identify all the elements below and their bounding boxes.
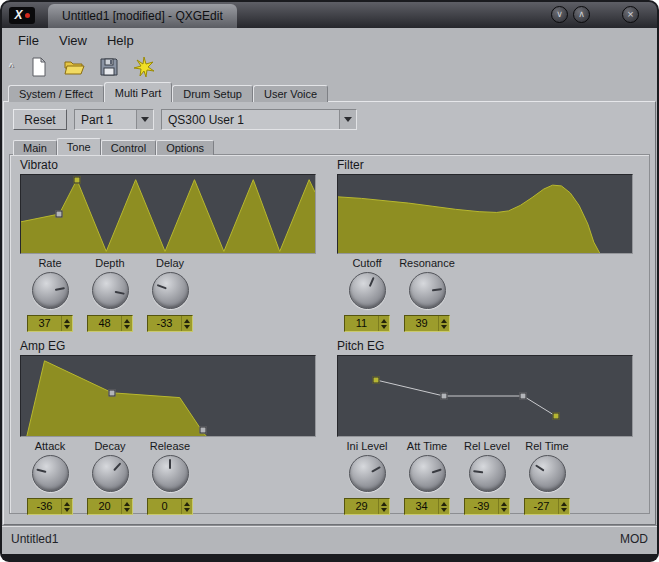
window-title: Untitled1 [modified] - QXGEdit [48, 4, 237, 28]
shade-button[interactable]: ∨ [551, 6, 568, 23]
spin-down-arrow[interactable] [441, 325, 447, 329]
spin-up-arrow[interactable] [184, 319, 190, 323]
attack-spinbox[interactable]: -36 [27, 498, 73, 515]
spin-down-arrow[interactable] [381, 325, 387, 329]
graph-handle[interactable] [200, 427, 207, 434]
uservoice-button[interactable] [132, 55, 156, 79]
rel-time-spinbox[interactable]: -27 [524, 498, 570, 515]
panel-pitch-eg: Pitch EG Ini Level 29 [337, 339, 639, 515]
open-file-button[interactable] [62, 55, 86, 79]
subtab-control[interactable]: Control [101, 140, 156, 155]
spin-down-arrow[interactable] [184, 325, 190, 329]
tab-user-voice[interactable]: User Voice [253, 85, 328, 102]
spin-up-arrow[interactable] [64, 502, 70, 506]
tab-system-effect[interactable]: System / Effect [8, 85, 104, 102]
pitch-eg-graph[interactable] [337, 355, 633, 437]
release-spinbox[interactable]: 0 [147, 498, 193, 515]
rel-time-knob[interactable] [529, 455, 566, 492]
spin-down-arrow[interactable] [124, 508, 130, 512]
vibrato-knob-row: Rate 37 Depth 48 [20, 256, 322, 332]
subtab-tone[interactable]: Tone [57, 138, 101, 155]
resonance-knob[interactable] [409, 272, 446, 309]
part-combobox[interactable]: Part 1 [74, 109, 154, 130]
spin-up-arrow[interactable] [441, 502, 447, 506]
spin-up-arrow[interactable] [441, 319, 447, 323]
toolbar-handle[interactable]: ^ [6, 62, 16, 73]
attack-column: Attack -36 [20, 439, 80, 515]
save-file-button[interactable] [97, 55, 121, 79]
spin-up-arrow[interactable] [184, 502, 190, 506]
menu-view[interactable]: View [49, 30, 97, 51]
menu-file[interactable]: File [8, 30, 49, 51]
att-time-knob[interactable] [409, 455, 446, 492]
voice-combobox[interactable]: QS300 User 1 [161, 109, 357, 130]
spin-down-arrow[interactable] [124, 325, 130, 329]
spin-down-arrow[interactable] [64, 325, 70, 329]
new-file-button[interactable] [27, 55, 51, 79]
rel-level-knob[interactable] [469, 455, 506, 492]
window-content: File View Help ^ [2, 28, 657, 554]
delay-spinbox[interactable]: -33 [147, 315, 193, 332]
subtab-main[interactable]: Main [13, 140, 57, 155]
att-time-column: Att Time 34 [397, 439, 457, 515]
spin-up-arrow[interactable] [124, 502, 130, 506]
graph-handle[interactable] [552, 413, 559, 420]
spin-up-arrow[interactable] [501, 502, 507, 506]
delay-knob[interactable] [152, 272, 189, 309]
rate-spinbox[interactable]: 37 [27, 315, 73, 332]
spin-up-arrow[interactable] [124, 319, 130, 323]
att-time-spinbox[interactable]: 34 [404, 498, 450, 515]
graph-handle[interactable] [440, 393, 447, 400]
title-bar[interactable]: X Untitled1 [modified] - QXGEdit ∨ ∧ × [2, 2, 657, 28]
depth-knob[interactable] [92, 272, 129, 309]
graph-handle[interactable] [373, 377, 380, 384]
voice-combobox-arrow[interactable] [339, 110, 356, 129]
spin-up-arrow[interactable] [381, 319, 387, 323]
ini-level-knob[interactable] [349, 455, 386, 492]
rel-level-spinbox[interactable]: -39 [464, 498, 510, 515]
spin-down-arrow[interactable] [441, 508, 447, 512]
spin-up-arrow[interactable] [561, 502, 567, 506]
rel-time-label: Rel Time [525, 439, 568, 453]
decay-knob[interactable] [92, 455, 129, 492]
graph-handle[interactable] [73, 176, 80, 183]
resonance-spinbox[interactable]: 39 [404, 315, 450, 332]
rel-level-label: Rel Level [464, 439, 510, 453]
knob-tick [114, 290, 124, 294]
close-button[interactable]: × [622, 6, 639, 23]
spin-down-arrow[interactable] [501, 508, 507, 512]
spin-up-arrow[interactable] [64, 319, 70, 323]
amp-eg-knob-row: Attack -36 Decay 20 [20, 439, 322, 515]
spin-down-arrow[interactable] [64, 508, 70, 512]
depth-spinbox[interactable]: 48 [87, 315, 133, 332]
decay-spinbox[interactable]: 20 [87, 498, 133, 515]
amp-eg-graph[interactable] [20, 355, 316, 437]
chevron-down-icon [344, 117, 352, 122]
reset-button[interactable]: Reset [13, 109, 67, 130]
spin-up-arrow[interactable] [381, 502, 387, 506]
release-knob[interactable] [152, 455, 189, 492]
graph-handle[interactable] [520, 393, 527, 400]
spin-down-arrow[interactable] [381, 508, 387, 512]
cutoff-spinbox[interactable]: 11 [344, 315, 390, 332]
knob-tick [431, 288, 441, 291]
xg-logo-red-dot [25, 13, 30, 18]
ini-level-spinbox[interactable]: 29 [344, 498, 390, 515]
tab-drum-setup[interactable]: Drum Setup [172, 85, 253, 102]
menu-help[interactable]: Help [97, 30, 144, 51]
part-combobox-arrow[interactable] [136, 110, 153, 129]
subtab-options[interactable]: Options [156, 140, 214, 155]
tab-multi-part[interactable]: Multi Part [104, 82, 172, 102]
attack-knob[interactable] [32, 455, 69, 492]
graph-handle[interactable] [56, 211, 63, 218]
spin-down-arrow[interactable] [184, 508, 190, 512]
cutoff-knob[interactable] [349, 272, 386, 309]
new-file-icon [28, 56, 50, 78]
maximize-button[interactable]: ∧ [573, 6, 590, 23]
rate-knob[interactable] [32, 272, 69, 309]
knob-tick [472, 471, 482, 474]
filter-graph[interactable] [337, 174, 633, 254]
graph-handle[interactable] [109, 389, 116, 396]
spin-down-arrow[interactable] [561, 508, 567, 512]
vibrato-graph[interactable] [20, 174, 316, 254]
